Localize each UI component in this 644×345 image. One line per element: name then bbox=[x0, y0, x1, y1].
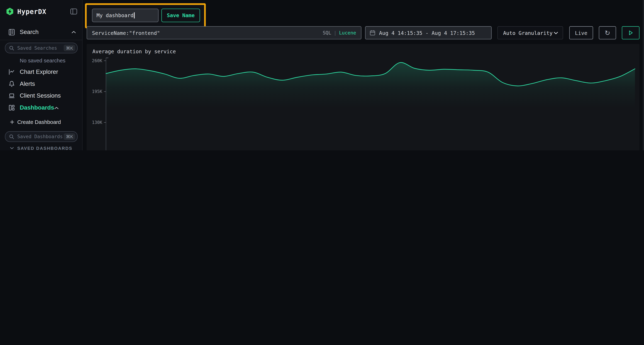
chart-title: Average duration by service bbox=[92, 48, 176, 54]
dashboard-name-input[interactable]: My dashboard bbox=[92, 8, 158, 22]
live-button[interactable]: Live bbox=[569, 26, 593, 39]
save-name-button[interactable]: Save Name bbox=[161, 8, 200, 22]
svg-text:260K: 260K bbox=[92, 58, 102, 63]
calendar-icon bbox=[370, 30, 375, 36]
search-journal-icon bbox=[8, 28, 15, 35]
search-icon bbox=[9, 134, 14, 139]
plus-icon bbox=[10, 120, 14, 124]
section-saved-dashboards[interactable]: SAVED DASHBOARDS bbox=[10, 146, 72, 150]
chevron-down-icon bbox=[554, 31, 558, 34]
time-range-picker[interactable]: Aug 4 14:15:35 - Aug 4 17:15:35 bbox=[365, 26, 492, 39]
sidebar: HyperDX Search Saved Searches ⌘K No save… bbox=[0, 0, 82, 150]
tutorial-highlight-box: My dashboard Save Name bbox=[85, 3, 206, 28]
chevron-down-icon bbox=[10, 147, 14, 149]
brand-title: HyperDX bbox=[17, 7, 46, 15]
chart-explorer-icon bbox=[8, 68, 15, 75]
dashboards-grid-icon bbox=[8, 104, 15, 111]
bell-icon bbox=[8, 80, 15, 87]
create-dashboard-label: Create Dashboard bbox=[17, 119, 61, 125]
laptop-icon bbox=[8, 92, 15, 99]
run-query-button[interactable] bbox=[622, 26, 640, 39]
sidebar-item-label: Search bbox=[20, 29, 39, 35]
section-label: SAVED DASHBOARDS bbox=[17, 146, 72, 150]
create-dashboard-button[interactable]: Create Dashboard bbox=[0, 117, 82, 126]
text-caret bbox=[134, 12, 134, 18]
sidebar-item-dashboards[interactable]: Dashboards bbox=[0, 102, 82, 113]
dashboard-name-value: My dashboard bbox=[96, 12, 134, 18]
granularity-value: Auto Granularity bbox=[503, 30, 552, 36]
sidebar-item-alerts[interactable]: Alerts bbox=[0, 78, 82, 89]
toggle-separator: | bbox=[334, 30, 336, 36]
sidebar-item-label: Dashboards bbox=[20, 104, 54, 111]
saved-searches-placeholder: Saved Searches bbox=[17, 45, 57, 51]
svg-text:130K: 130K bbox=[92, 120, 102, 125]
saved-dashboards-placeholder: Saved Dashboards bbox=[17, 134, 62, 139]
vertical-scrollbar[interactable] bbox=[643, 0, 644, 150]
sidebar-divider bbox=[0, 40, 82, 40]
logo-row: HyperDX bbox=[6, 6, 77, 16]
sidebar-item-label: Chart Explorer bbox=[20, 68, 58, 75]
refresh-icon: ↻ bbox=[605, 29, 610, 37]
search-icon bbox=[9, 45, 14, 51]
sidebar-item-chart-explorer[interactable]: Chart Explorer bbox=[0, 66, 82, 77]
hyperdx-logo-icon[interactable] bbox=[6, 7, 14, 15]
query-value: ServiceName:"frontend" bbox=[92, 30, 160, 36]
svg-text:195K: 195K bbox=[92, 89, 102, 94]
sidebar-item-search[interactable]: Search bbox=[0, 27, 82, 37]
query-language-toggle: SQL | Lucene bbox=[323, 30, 356, 36]
sidebar-item-client-sessions[interactable]: Client Sessions bbox=[0, 90, 82, 101]
chevron-up-icon bbox=[72, 30, 76, 33]
saved-dashboards-input[interactable]: Saved Dashboards ⌘K bbox=[5, 131, 78, 142]
granularity-select[interactable]: Auto Granularity bbox=[497, 26, 563, 39]
avg-duration-chart[interactable]: 065K130K195K260KAug 4 2:15:00 PM2:40:00 … bbox=[86, 44, 639, 150]
saved-searches-input[interactable]: Saved Searches ⌘K bbox=[5, 43, 78, 53]
refresh-button[interactable]: ↻ bbox=[599, 26, 616, 39]
chart-panel-avg-duration: 065K130K195K260KAug 4 2:15:00 PM2:40:00 … bbox=[86, 44, 639, 150]
shortcut-badge: ⌘K bbox=[64, 133, 75, 140]
sidebar-item-label: Client Sessions bbox=[20, 92, 61, 99]
sql-toggle[interactable]: SQL bbox=[323, 30, 331, 36]
search-query-input[interactable]: ServiceName:"frontend" SQL | Lucene bbox=[86, 26, 361, 39]
no-saved-searches-note: No saved searches bbox=[20, 57, 65, 63]
sidebar-collapse-icon[interactable] bbox=[70, 8, 77, 15]
time-range-value: Aug 4 14:15:35 - Aug 4 17:15:35 bbox=[379, 30, 475, 36]
shortcut-badge: ⌘K bbox=[64, 45, 75, 51]
play-icon bbox=[628, 30, 633, 35]
lucene-toggle[interactable]: Lucene bbox=[339, 30, 356, 36]
sidebar-item-label: Alerts bbox=[20, 80, 35, 87]
app-root: HyperDX Search Saved Searches ⌘K No save… bbox=[0, 0, 644, 150]
chevron-up-icon bbox=[54, 104, 59, 111]
